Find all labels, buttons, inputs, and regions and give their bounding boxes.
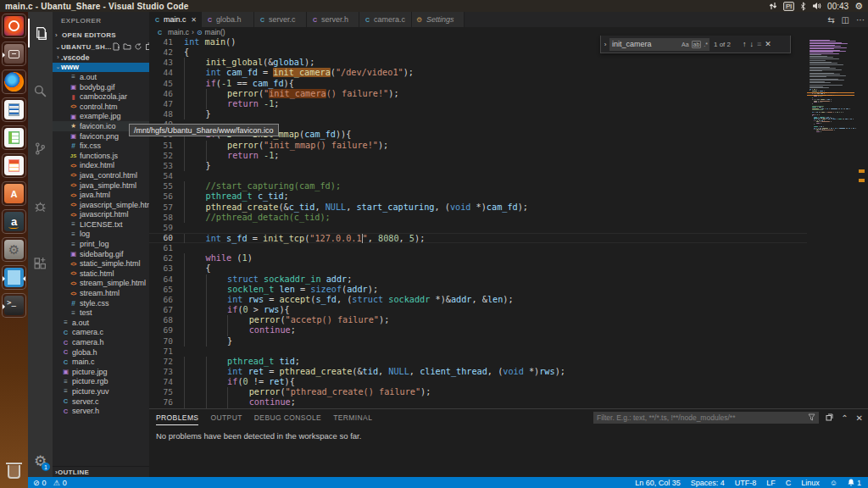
line-number[interactable]: 66	[149, 295, 184, 305]
tree-item-example.jpg[interactable]: ▣example.jpg	[53, 112, 149, 122]
line-number[interactable]: 72	[149, 357, 184, 367]
line-number[interactable]: 61	[149, 243, 184, 253]
cursor-position-status[interactable]: Ln 60, Col 35	[635, 479, 681, 487]
line-number[interactable]: 41	[149, 37, 184, 47]
session-menu-icon[interactable]: ⚙	[854, 2, 863, 10]
code-editor[interactable]: 41int main()42{43 init_global(&global);4…	[149, 37, 868, 408]
notifications-bell[interactable]: 1	[848, 479, 861, 487]
line-number[interactable]: 62	[149, 253, 184, 263]
indentation-status[interactable]: Spaces: 4	[691, 479, 725, 487]
tree-item-print_log[interactable]: ≡print_log	[53, 239, 149, 249]
whole-word-icon[interactable]: ab	[692, 41, 702, 48]
collapse-folders-icon[interactable]	[145, 42, 149, 51]
line-number[interactable]: 57	[149, 202, 184, 213]
tree-item-globa.h[interactable]: Cgloba.h	[53, 347, 149, 358]
find-expand-icon[interactable]: ›	[601, 41, 609, 48]
tree-item-fix.css[interactable]: #fix.css	[53, 141, 149, 151]
line-number[interactable]: 68	[149, 315, 184, 325]
line-number[interactable]: 59	[149, 223, 184, 233]
line-number[interactable]: 70	[149, 336, 184, 347]
line-number[interactable]: 42	[149, 47, 184, 58]
line-number[interactable]: 52	[149, 151, 184, 161]
panel-tab-terminal[interactable]: TERMINAL	[333, 413, 372, 425]
line-number[interactable]: 53	[149, 161, 184, 171]
code-line-43[interactable]: 43 init_global(&global);	[149, 58, 868, 68]
code-line-44[interactable]: 44 int cam_fd = init_camera("/dev/video1…	[149, 68, 868, 78]
tree-item-server.c[interactable]: Cserver.c	[53, 396, 149, 407]
launcher-files[interactable]	[2, 42, 26, 66]
refresh-icon[interactable]	[134, 42, 142, 51]
tab-Settings[interactable]: ⚙Settings	[412, 12, 465, 27]
tree-item-sidebarbg.gif[interactable]: ▣sidebarbg.gif	[53, 249, 149, 259]
line-number[interactable]: 55	[149, 181, 184, 191]
line-number[interactable]: 63	[149, 263, 184, 274]
code-line-47[interactable]: 47 return -1;	[149, 99, 868, 109]
close-panel-icon[interactable]: ✕	[856, 413, 863, 423]
tree-item-javascript.html[interactable]: <>javascript.html	[53, 210, 149, 220]
line-number[interactable]: 48	[149, 109, 184, 119]
code-line-74[interactable]: 74 if(0 != ret){	[149, 377, 868, 387]
open-editors-section[interactable]: › OPEN EDITORS	[53, 29, 149, 41]
close-find-icon[interactable]: ✕	[765, 40, 771, 48]
code-line-66[interactable]: 66 int rws = accept(s_fd, (struct sockad…	[149, 295, 868, 305]
launcher-libreoffice-writer[interactable]	[2, 97, 26, 122]
line-number[interactable]: 43	[149, 58, 184, 68]
activity-settings-gear[interactable]: ⚙1	[28, 450, 53, 472]
activity-scm[interactable]	[28, 134, 53, 163]
next-match-icon[interactable]: ↓	[750, 40, 754, 48]
code-line-73[interactable]: 73 int ret = pthread_create(&tid, NULL, …	[149, 367, 868, 377]
close-tab-icon[interactable]: ✕	[191, 16, 197, 24]
warnings-status[interactable]: ⚠ 0	[53, 479, 67, 487]
launcher-firefox[interactable]	[2, 69, 26, 94]
code-line-55[interactable]: 55 //start_capturing(cam_fd);	[149, 181, 868, 191]
new-file-icon[interactable]	[112, 42, 120, 51]
volume-icon[interactable]	[812, 2, 821, 10]
encoding-status[interactable]: UTF-8	[735, 479, 757, 487]
feedback-icon[interactable]: ☺	[830, 479, 837, 487]
launcher-trash[interactable]	[2, 459, 26, 484]
launcher-dash-home[interactable]	[2, 14, 26, 38]
line-number[interactable]: 46	[149, 89, 184, 99]
code-line-54[interactable]: 54	[149, 171, 868, 181]
launcher-system-settings[interactable]: ⚙	[2, 237, 26, 262]
tree-item-stream_simple.html[interactable]: <>stream_simple.html	[53, 279, 149, 289]
code-line-56[interactable]: 56 pthread_t c_tid;	[149, 191, 868, 202]
tree-item-static_simple.html[interactable]: <>static_simple.html	[53, 258, 149, 269]
tree-item-LICENSE.txt[interactable]: ≡LICENSE.txt	[53, 219, 149, 230]
activity-debug[interactable]	[28, 191, 53, 220]
network-icon[interactable]	[769, 2, 777, 10]
line-number[interactable]: 76	[149, 397, 184, 408]
panel-tab-output[interactable]: OUTPUT	[210, 413, 242, 425]
launcher-libreoffice-impress[interactable]	[2, 153, 26, 178]
code-line-64[interactable]: 64 struct sockaddr_in addr;	[149, 274, 868, 285]
tree-item-picture.yuv[interactable]: ≡picture.yuv	[53, 386, 149, 396]
launcher-visual-studio-code[interactable]	[2, 265, 26, 290]
breadcrumb-file[interactable]: main.c	[168, 28, 189, 36]
tree-item-.vscode[interactable]: ›.vscode	[53, 53, 149, 63]
tree-item-log[interactable]: ≡log	[53, 230, 149, 240]
code-line-59[interactable]: 59	[149, 223, 868, 233]
tree-item-java_control.html[interactable]: <>java_control.html	[53, 170, 149, 180]
line-number[interactable]: 51	[149, 141, 184, 151]
problems-filter-input[interactable]: Filter. E.g.: text, **/*.ts, !**/node_mo…	[593, 412, 819, 424]
code-line-70[interactable]: 70 }	[149, 336, 868, 347]
tree-item-server.h[interactable]: Cserver.h	[53, 406, 149, 416]
minimap[interactable]	[807, 37, 856, 408]
code-line-58[interactable]: 58 //pthread_detach(c_tid);	[149, 213, 868, 223]
find-input[interactable]: init_camera Aa ab .*	[609, 38, 709, 51]
line-number[interactable]: 74	[149, 377, 184, 387]
code-line-65[interactable]: 65 socklen_t len = sizeof(addr);	[149, 285, 868, 295]
tab-camera.c[interactable]: Ccamera.c	[359, 12, 412, 27]
language-status[interactable]: C	[786, 479, 792, 487]
line-number[interactable]: 71	[149, 347, 184, 357]
line-number[interactable]: 60	[149, 234, 184, 242]
line-number[interactable]: 45	[149, 79, 184, 89]
activity-search[interactable]	[28, 76, 53, 105]
code-line-45[interactable]: 45 if(-1 == cam_fd){	[149, 79, 868, 89]
code-line-71[interactable]: 71	[149, 347, 868, 357]
code-line-61[interactable]: 61	[149, 243, 868, 253]
tree-item-static.html[interactable]: <>static.html	[53, 269, 149, 279]
code-line-52[interactable]: 52 return -1;	[149, 151, 868, 161]
clock[interactable]: 00:43	[827, 2, 849, 11]
breadcrumb-symbol[interactable]: main()	[205, 28, 225, 36]
